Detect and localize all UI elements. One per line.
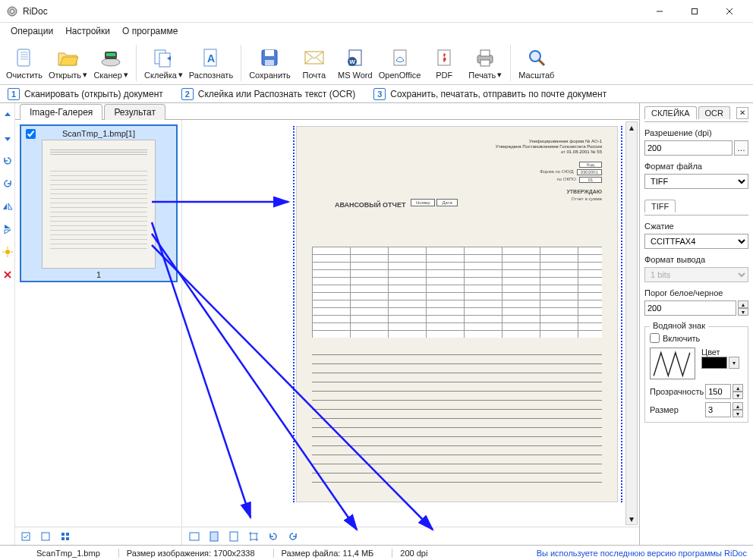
size-label: Размер xyxy=(650,405,704,414)
deselect-all-icon[interactable] xyxy=(39,530,52,543)
watermark-preview xyxy=(650,348,695,379)
svg-rect-16 xyxy=(265,60,274,65)
opacity-label: Прозрачность xyxy=(650,387,704,396)
openoffice-button[interactable]: OpenOffice xyxy=(376,44,424,81)
menu-about[interactable]: О программе xyxy=(116,24,184,39)
arrow-down-icon[interactable] xyxy=(2,132,14,144)
svg-point-26 xyxy=(530,51,540,61)
tab-result[interactable]: Результат xyxy=(104,104,165,120)
preview-canvas[interactable]: Унифицированная форма № АО-1 Утверждена … xyxy=(182,120,639,527)
panel-tab-ocr[interactable]: OCR xyxy=(698,106,730,119)
svg-rect-38 xyxy=(66,533,69,536)
flip-h-icon[interactable] xyxy=(2,200,14,212)
left-toolstrip xyxy=(0,103,15,545)
maximize-button[interactable] xyxy=(677,0,712,23)
clear-button[interactable]: Очистить xyxy=(3,44,46,81)
rotate-right-icon[interactable] xyxy=(2,178,14,190)
crop-guide-right[interactable] xyxy=(621,126,622,502)
gallery-tabs: Image-Галерея Результат xyxy=(15,103,639,120)
status-version-link[interactable]: Вы используете последнюю версию программ… xyxy=(537,549,747,558)
recognize-button[interactable]: A Распознать xyxy=(186,44,236,81)
status-filename: ScanTmp_1.bmp xyxy=(6,549,108,558)
flip-v-icon[interactable] xyxy=(2,223,14,235)
preview-scrollbar[interactable]: ▴ ▾ xyxy=(625,121,638,525)
document-page: Унифицированная форма № АО-1 Утверждена … xyxy=(296,126,618,502)
stitch-button[interactable]: Склейка▾ xyxy=(141,44,186,81)
save-button[interactable]: Сохранить xyxy=(246,44,294,81)
resolution-browse-button[interactable]: … xyxy=(734,140,748,156)
opacity-spinner[interactable]: ▲▼ xyxy=(733,384,743,399)
thumbnail-toolbar xyxy=(15,527,181,545)
color-label: Цвет xyxy=(701,348,739,357)
tiff-tab[interactable]: TIFF xyxy=(644,200,676,212)
brightness-icon[interactable] xyxy=(2,246,14,258)
title-bar: RiDoc xyxy=(0,0,753,23)
threshold-label: Порог белое/черное xyxy=(644,288,748,297)
right-panel: СКЛЕЙКА OCR ✕ Разрешение (dpi) … Формат … xyxy=(639,103,753,545)
minimize-button[interactable] xyxy=(642,0,677,23)
svg-rect-25 xyxy=(480,60,490,66)
panel-tab-stitch[interactable]: СКЛЕЙКА xyxy=(644,106,697,119)
thumbnail-filename: ScanTmp_1.bmp[1] xyxy=(24,129,173,138)
msword-button[interactable]: W MS Word xyxy=(335,44,376,81)
menu-operations[interactable]: Операции xyxy=(5,24,59,39)
chevron-down-icon: ▾ xyxy=(124,70,128,80)
svg-point-7 xyxy=(102,58,120,66)
output-select: 1 bits xyxy=(644,267,748,282)
threshold-spinner[interactable]: ▲▼ xyxy=(738,300,748,316)
compression-select[interactable]: CCITTFAX4 xyxy=(644,234,748,249)
zoom-button[interactable]: Масштаб xyxy=(515,44,557,81)
crop-icon[interactable] xyxy=(247,530,260,543)
compression-label: Сжатие xyxy=(644,222,748,231)
rotate-icon[interactable] xyxy=(267,530,279,543)
threshold-input[interactable] xyxy=(644,300,736,316)
scanner-button[interactable]: Сканер▾ xyxy=(90,44,131,81)
svg-rect-24 xyxy=(480,50,490,56)
close-button[interactable] xyxy=(712,0,747,23)
menu-settings[interactable]: Настройки xyxy=(59,24,116,39)
status-image-size: 1700x2338 xyxy=(213,549,254,558)
step-2: 2Склейка или Распознать текст (OCR) xyxy=(181,88,356,100)
svg-text:A: A xyxy=(207,52,215,64)
color-dropdown-button[interactable]: ▾ xyxy=(729,357,739,369)
select-all-icon[interactable] xyxy=(20,530,32,543)
svg-rect-41 xyxy=(190,533,199,540)
panel-close-button[interactable]: ✕ xyxy=(736,107,748,119)
color-swatch[interactable] xyxy=(701,357,727,369)
resolution-input[interactable] xyxy=(644,140,733,156)
svg-rect-36 xyxy=(42,533,49,540)
svg-rect-15 xyxy=(265,50,274,56)
svg-rect-43 xyxy=(230,532,238,541)
status-bar: ScanTmp_1.bmp Размер изображения: 1700x2… xyxy=(0,545,753,560)
mail-button[interactable]: Почта xyxy=(294,44,335,81)
output-label: Формат вывода xyxy=(644,255,748,264)
svg-rect-42 xyxy=(210,532,218,541)
svg-rect-40 xyxy=(66,537,69,540)
arrow-up-icon[interactable] xyxy=(2,109,14,121)
main-toolbar: Очистить Открыть▾ Сканер▾ Склейка▾ A Рас… xyxy=(0,39,753,85)
open-button[interactable]: Открыть▾ xyxy=(46,44,90,81)
format-select[interactable]: TIFF xyxy=(644,174,748,189)
rotate-left-icon[interactable] xyxy=(2,155,14,167)
tab-gallery[interactable]: Image-Галерея xyxy=(20,104,102,120)
size-input[interactable] xyxy=(705,402,731,417)
opacity-input[interactable] xyxy=(705,384,731,399)
chevron-down-icon: ▾ xyxy=(497,70,502,80)
svg-point-1 xyxy=(11,9,14,13)
thumbnail-item[interactable]: ScanTmp_1.bmp[1] 1 xyxy=(20,124,178,282)
delete-icon[interactable] xyxy=(2,269,14,281)
crop-guide-left[interactable] xyxy=(293,126,295,502)
grid-view-icon[interactable] xyxy=(59,530,71,543)
watermark-enable-checkbox[interactable] xyxy=(650,333,660,343)
print-button[interactable]: Печать▾ xyxy=(465,44,506,81)
actual-size-icon[interactable] xyxy=(228,530,240,543)
size-spinner[interactable]: ▲▼ xyxy=(733,402,743,417)
pdf-button[interactable]: PDF xyxy=(424,44,465,81)
preview-toolbar xyxy=(182,527,639,545)
svg-rect-35 xyxy=(22,533,30,540)
thumbnail-checkbox[interactable] xyxy=(26,129,36,139)
fit-page-icon[interactable] xyxy=(208,530,220,543)
app-icon xyxy=(6,5,18,17)
rotate-2-icon[interactable] xyxy=(287,530,299,543)
fit-width-icon[interactable] xyxy=(188,530,200,543)
